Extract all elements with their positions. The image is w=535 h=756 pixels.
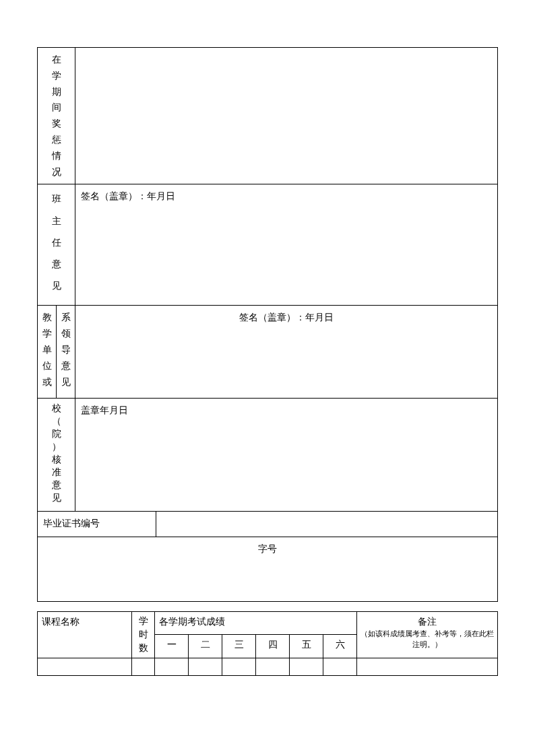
- class-teacher-row: 班 主 任 意 见 签名（盖章）：年月日: [38, 184, 498, 306]
- grades-header-row-1: 课程名称 学 时 数 各学期考试成绩 备注 （如该科成绩属考查、补考等，须在此栏…: [38, 612, 498, 635]
- scores-header: 各学期考试成绩: [155, 612, 357, 635]
- class-teacher-label: 班 主 任 意 见: [52, 188, 61, 297]
- diploma-no-row: 毕业证书编号: [38, 512, 498, 537]
- term-4: 四: [256, 635, 290, 658]
- rewards-punishments-content: [75, 48, 498, 184]
- course-name-header: 课程名称: [38, 612, 132, 658]
- term-1: 一: [155, 635, 189, 658]
- school-approval-content: 盖章年月日: [75, 399, 498, 512]
- school-approval-label: 校 （ 院 ） 核 准 意 见: [52, 403, 61, 504]
- term-3: 三: [222, 635, 256, 658]
- rewards-punishments-label: 在 学 期 间 奖 惩 情 况: [52, 52, 61, 180]
- rewards-punishments-row: 在 学 期 间 奖 惩 情 况: [38, 48, 498, 184]
- remarks-header: 备注 （如该科成绩属考查、补考等，须在此栏注明。）: [357, 612, 498, 658]
- term-2: 二: [189, 635, 222, 658]
- opinions-table: 在 学 期 间 奖 惩 情 况 班 主 任 意 见 签名（盖章）：年月日: [37, 47, 498, 602]
- zihao-cell: 字号: [38, 537, 498, 602]
- teaching-unit-label-left: 教 学 单 位 或: [42, 310, 52, 390]
- table-row: [38, 658, 498, 675]
- grades-table: 课程名称 学 时 数 各学期考试成绩 备注 （如该科成绩属考查、补考等，须在此栏…: [37, 611, 498, 675]
- teaching-unit-content: 签名（盖章）：年月日: [75, 306, 498, 399]
- teaching-unit-row: 教 学 单 位 或 系 领 导 意 见 签名（盖章）：年月日: [38, 306, 498, 399]
- term-5: 五: [290, 635, 323, 658]
- term-6: 六: [323, 635, 357, 658]
- teaching-unit-label-right: 系 领 导 意 见: [61, 310, 71, 390]
- hours-header: 学 时 数: [132, 612, 155, 658]
- zihao-row: 字号: [38, 537, 498, 602]
- class-teacher-content: 签名（盖章）：年月日: [75, 184, 498, 306]
- school-approval-row: 校 （ 院 ） 核 准 意 见 盖章年月日: [38, 399, 498, 512]
- diploma-no-value: [156, 512, 498, 537]
- diploma-no-label: 毕业证书编号: [38, 512, 156, 537]
